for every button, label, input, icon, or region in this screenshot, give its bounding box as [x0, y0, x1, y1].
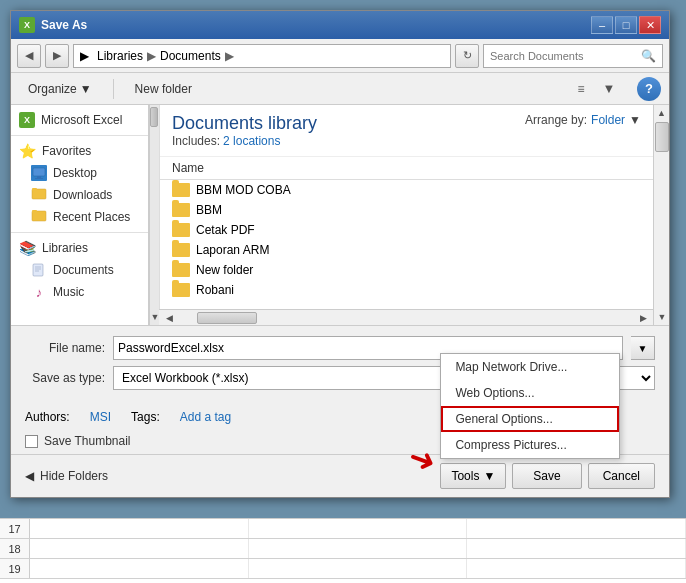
filetype-label: Save as type:	[25, 371, 105, 385]
spreadsheet-background: 17 18 19	[0, 518, 686, 583]
address-path[interactable]: ▶ Libraries ▶ Documents ▶	[73, 44, 451, 68]
view-icon: ≡	[577, 82, 584, 96]
cancel-button[interactable]: Cancel	[588, 463, 655, 489]
hide-folders-button[interactable]: ◀ Hide Folders	[25, 469, 108, 483]
forward-button[interactable]: ▶	[45, 44, 69, 68]
nav-scroll-thumb[interactable]	[150, 107, 158, 127]
downloads-icon	[31, 187, 47, 203]
path-separator-icon: ▶	[147, 49, 156, 63]
horizontal-scrollbar[interactable]: ◀ ▶	[159, 309, 653, 325]
path-documents: Documents	[160, 49, 221, 63]
nav-music-label: Music	[53, 285, 84, 299]
search-icon: 🔍	[641, 49, 656, 63]
music-icon: ♪	[31, 284, 47, 300]
tools-dropdown-menu: Map Network Drive... Web Options... Gene…	[440, 353, 620, 459]
nav-libraries-header[interactable]: 📚 Libraries	[11, 237, 148, 259]
scroll-right-button[interactable]: ▶	[635, 313, 651, 323]
filename-label: New folder	[196, 263, 253, 277]
column-header: Name	[160, 157, 653, 180]
file-row[interactable]: Cetak PDF	[160, 220, 653, 240]
arrange-label: Arrange by:	[525, 113, 587, 127]
folder-icon	[172, 243, 190, 257]
general-options-item[interactable]: General Options...	[441, 406, 619, 432]
folder-icon	[172, 263, 190, 277]
file-row[interactable]: Robani	[160, 280, 653, 300]
svg-rect-4	[32, 188, 37, 191]
close-button[interactable]: ✕	[639, 16, 661, 34]
includes-label: Includes:	[172, 134, 220, 148]
vertical-scrollbar[interactable]: ▲ ▼	[653, 105, 669, 325]
hide-arrow-icon: ◀	[25, 469, 34, 483]
folder-icon	[172, 183, 190, 197]
file-row[interactable]: New folder	[160, 260, 653, 280]
locations-link[interactable]: 2 locations	[223, 134, 280, 148]
search-box[interactable]: 🔍	[483, 44, 663, 68]
compress-pictures-item[interactable]: Compress Pictures...	[441, 432, 619, 458]
button-bar: ◀ Hide Folders Tools ▼ Map Network Drive…	[11, 454, 669, 497]
library-title: Documents library	[172, 113, 317, 134]
nav-item-music[interactable]: ♪ Music	[11, 281, 148, 303]
desktop-icon	[31, 165, 47, 181]
back-button[interactable]: ◀	[17, 44, 41, 68]
tools-button[interactable]: Tools ▼	[440, 463, 506, 489]
scroll-up-button[interactable]: ▲	[654, 105, 669, 121]
tags-label: Tags:	[131, 410, 160, 424]
help-button[interactable]: ?	[637, 77, 661, 101]
scroll-thumb[interactable]	[655, 122, 669, 152]
tools-arrow-icon: ▼	[483, 469, 495, 483]
nav-downloads-label: Downloads	[53, 188, 112, 202]
filename-dropdown-arrow[interactable]: ▼	[631, 336, 655, 360]
folder-icon	[172, 203, 190, 217]
save-button[interactable]: Save	[512, 463, 581, 489]
nav-documents-label: Documents	[53, 263, 114, 277]
new-folder-button[interactable]: New folder	[126, 77, 201, 101]
refresh-button[interactable]: ↻	[455, 44, 479, 68]
thumbnail-label: Save Thumbnail	[44, 434, 131, 448]
map-network-item[interactable]: Map Network Drive...	[441, 354, 619, 380]
svg-rect-0	[33, 168, 45, 176]
documents-nav-icon	[31, 262, 47, 278]
file-row[interactable]: Laporan ARM	[160, 240, 653, 260]
content-area: X Microsoft Excel ⭐ Favorites Desktop	[11, 105, 669, 325]
view-arrow-button[interactable]: ▼	[597, 77, 621, 101]
search-input[interactable]	[490, 50, 637, 62]
file-panel-header: Documents library Includes: 2 locations …	[160, 105, 653, 157]
organize-button[interactable]: Organize ▼	[19, 77, 101, 101]
toolbar: Organize ▼ New folder ≡ ▼ ?	[11, 73, 669, 105]
nav-item-recent[interactable]: Recent Places	[11, 206, 148, 228]
nav-separator-2	[11, 232, 148, 233]
minimize-button[interactable]: –	[591, 16, 613, 34]
arrange-value[interactable]: Folder	[591, 113, 625, 127]
scroll-down-button[interactable]: ▼	[654, 309, 670, 325]
view-button[interactable]: ≡	[569, 77, 593, 101]
svg-rect-1	[37, 176, 41, 178]
nav-favorites-header[interactable]: ⭐ Favorites	[11, 140, 148, 162]
library-subtitle: Includes: 2 locations	[172, 134, 317, 148]
nav-scrollbar[interactable]: ▲ ▼	[149, 105, 159, 325]
nav-item-desktop[interactable]: Desktop	[11, 162, 148, 184]
maximize-button[interactable]: □	[615, 16, 637, 34]
arrange-bar: Arrange by: Folder ▼	[525, 113, 641, 127]
scroll-left-button[interactable]: ◀	[161, 313, 177, 323]
file-row[interactable]: BBM MOD COBA	[160, 180, 653, 200]
file-panel-wrapper: Documents library Includes: 2 locations …	[159, 105, 669, 325]
toolbar-right: ≡ ▼ ?	[569, 77, 661, 101]
nav-item-excel[interactable]: X Microsoft Excel	[11, 109, 148, 131]
authors-value: MSI	[90, 410, 111, 424]
favorites-icon: ⭐	[19, 143, 36, 159]
thumbnail-checkbox[interactable]	[25, 435, 38, 448]
h-scroll-thumb[interactable]	[197, 312, 257, 324]
web-options-item[interactable]: Web Options...	[441, 380, 619, 406]
save-as-dialog: X Save As – □ ✕ ◀ ▶ ▶ Libraries ▶ Docume…	[10, 10, 670, 498]
excel-nav-icon: X	[19, 112, 35, 128]
nav-recent-label: Recent Places	[53, 210, 130, 224]
file-row[interactable]: BBM	[160, 200, 653, 220]
tags-value[interactable]: Add a tag	[180, 410, 231, 424]
folder-icon	[172, 283, 190, 297]
recent-places-icon	[31, 209, 47, 225]
nav-item-downloads[interactable]: Downloads	[11, 184, 148, 206]
folder-icon	[172, 223, 190, 237]
nav-item-documents[interactable]: Documents	[11, 259, 148, 281]
tools-label: Tools	[451, 469, 479, 483]
title-controls: – □ ✕	[591, 16, 661, 34]
